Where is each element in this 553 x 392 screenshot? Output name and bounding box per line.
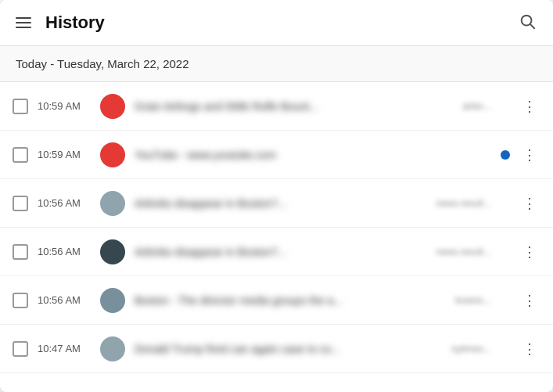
history-item-more-button[interactable]: ⋮ [519, 242, 540, 262]
history-item-time: 10:59 AM [38, 149, 91, 160]
history-item: 10:59 AM YouTube - www.youtube.com ⋮ [0, 131, 553, 179]
history-item-title: Boston - The director media groups the a… [135, 294, 446, 307]
history-item-checkbox[interactable] [13, 196, 28, 211]
history-item-tag: airbn... [462, 101, 491, 112]
date-section: Today - Tuesday, March 22, 2022 [0, 46, 553, 82]
history-item-content: Boston - The director media groups the a… [135, 294, 446, 307]
history-item-checkbox[interactable] [13, 99, 28, 114]
history-item-tag: news.result... [436, 198, 491, 209]
history-item-content: Grain Airbngs and 006k Rolfe Bount... [135, 100, 453, 113]
history-item-more-button[interactable]: ⋮ [519, 339, 540, 359]
history-item-favicon [100, 336, 125, 361]
history-item-more-button[interactable]: ⋮ [519, 290, 540, 311]
history-item-title: YouTube - www.youtube.com [135, 149, 472, 161]
history-item-time: 10:56 AM [38, 197, 91, 209]
history-item-time: 10:59 AM [38, 100, 91, 112]
page-title: History [45, 13, 105, 33]
header-left: History [13, 13, 105, 33]
history-item-content: Airbnbs disappear in Boston?... [135, 197, 426, 210]
history-item-content: YouTube - www.youtube.com [135, 149, 472, 161]
search-icon[interactable] [514, 8, 540, 38]
history-item-title: Donald Trump fired can again case to co.… [135, 343, 442, 355]
history-item-more-button[interactable]: ⋮ [519, 193, 540, 214]
history-item-content: Airbnbs disappear in Boston?... [135, 246, 426, 258]
history-item-more-button[interactable]: ⋮ [519, 145, 540, 165]
history-item-favicon [100, 94, 125, 119]
history-item-content: Donald Trump fired can again case to co.… [135, 343, 442, 355]
history-item-favicon [100, 288, 125, 313]
history-item-tag: boston... [455, 295, 491, 306]
history-item-favicon [100, 142, 125, 167]
history-item: 10:47 AM Donald Trump fired can again ca… [0, 325, 553, 373]
history-item-checkbox[interactable] [13, 147, 28, 163]
content-area[interactable]: Today - Tuesday, March 22, 2022 10:59 AM… [0, 46, 553, 392]
history-item-time: 10:56 AM [38, 246, 91, 257]
history-item-title: Grain Airbngs and 006k Rolfe Bount... [135, 100, 453, 113]
history-list: 10:59 AM Grain Airbngs and 006k Rolfe Bo… [0, 82, 553, 373]
history-item-time: 10:47 AM [38, 343, 91, 354]
history-item: 10:56 AM Airbnbs disappear in Boston?...… [0, 179, 553, 228]
history-item-checkbox[interactable] [13, 244, 28, 260]
history-item-more-button[interactable]: ⋮ [519, 96, 540, 117]
history-item-title: Airbnbs disappear in Boston?... [135, 197, 426, 210]
history-item-favicon [100, 239, 125, 264]
history-item-favicon [100, 191, 125, 216]
menu-icon[interactable] [13, 14, 34, 31]
history-item-tag: news.result... [436, 246, 491, 257]
history-item: 10:56 AM Airbnbs disappear in Boston?...… [0, 228, 553, 276]
history-item: 10:59 AM Grain Airbngs and 006k Rolfe Bo… [0, 82, 553, 131]
history-item-checkbox[interactable] [13, 293, 28, 308]
header: History [0, 0, 553, 46]
svg-line-1 [530, 24, 534, 28]
history-item-tag: nytimes... [451, 343, 491, 354]
app-container: History Today - Tuesday, March 22, 2022 … [0, 0, 553, 392]
history-item-blue-dot [501, 150, 510, 160]
history-item: 10:56 AM Boston - The director media gro… [0, 276, 553, 325]
history-item-time: 10:56 AM [38, 294, 91, 306]
history-item-checkbox[interactable] [13, 341, 28, 357]
history-item-title: Airbnbs disappear in Boston?... [135, 246, 426, 258]
